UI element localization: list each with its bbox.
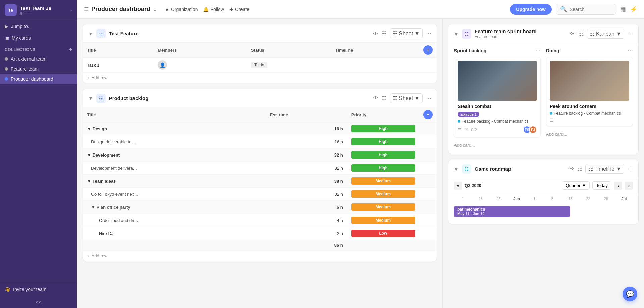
sidebar-item-producer-dashboard[interactable]: Producer dashboard [0, 74, 77, 84]
sidebar-item-feature-team[interactable]: Feature team [0, 64, 77, 74]
sidebar-item-label: Art external team [11, 56, 47, 62]
cell-title: Development delivera... [83, 162, 266, 175]
board-header-actions: 👁 ☷ ☷ Sheet ▼ ⋯ [373, 93, 431, 103]
eye-icon[interactable]: 👁 [373, 95, 378, 101]
board-header-actions: 👁 ☷ ☷ Timeline ▼ ⋯ [569, 164, 633, 174]
date-col: 1 [526, 197, 543, 201]
kanban-col-title: Sprint backlog [454, 48, 486, 53]
plus-circle-icon: ✚ [229, 7, 233, 12]
view-selector[interactable]: ☷ Sheet ▼ [390, 93, 423, 103]
filter-icon[interactable]: ☷ [382, 30, 386, 37]
group-chevron-icon[interactable]: ▼ [91, 205, 95, 210]
more-icon[interactable]: ⋯ [628, 47, 633, 54]
add-row-button[interactable]: + Add row [83, 251, 437, 261]
notification-icon[interactable]: ⚡ [630, 6, 637, 13]
collection-dot [5, 77, 8, 81]
date-col: Jun [507, 197, 525, 201]
search-input[interactable] [570, 7, 610, 12]
prev-arrow[interactable]: ‹ [614, 182, 622, 190]
sidebar-header[interactable]: Te Test Team Je g·········· ⌄ [0, 0, 77, 20]
eye-icon[interactable]: 👁 [373, 30, 378, 37]
collapse-icon[interactable]: ▼ [88, 31, 93, 36]
more-icon[interactable]: ⋯ [628, 30, 633, 37]
team-subtitle: g·········· [20, 11, 51, 15]
group-chevron-icon[interactable]: ▼ [87, 126, 91, 131]
avatar: FJ [529, 126, 537, 134]
content-area: ▼ ☷ Test Feature 👁 ☷ ☷ Sheet ▼ ⋯ [77, 19, 644, 308]
star-button[interactable]: ★ Organization [165, 7, 198, 12]
plus-icon: + [87, 75, 90, 80]
invite-team-button[interactable]: 👋 Invite your team [0, 282, 77, 297]
follow-button[interactable]: 🔔 Follow [203, 7, 224, 12]
view-selector[interactable]: ☷ Kanban ▼ [587, 29, 624, 39]
tag-dot [550, 112, 552, 115]
add-column-button[interactable]: + [423, 110, 433, 119]
more-icon[interactable]: ⋯ [426, 95, 431, 101]
title-chevron-icon[interactable]: ⌄ [153, 7, 157, 12]
filter-icon[interactable]: ☷ [577, 166, 582, 172]
my-cards-label: My cards [12, 35, 31, 41]
kanban-tag: Feature backlog - Combat mechanics [550, 111, 629, 116]
priority-badge: High [351, 138, 415, 145]
kanban-tag: Feature backlog - Combat mechanics [458, 119, 537, 124]
quarter-label: Quarter [566, 183, 580, 188]
timeline-bar: bat mechanics May 11 - Jun 14 [454, 206, 570, 217]
group-chevron-icon[interactable]: ▼ [87, 152, 91, 158]
search-box[interactable]: 🔍 [556, 4, 616, 15]
jump-to-button[interactable]: ▶ Jump to... [0, 20, 77, 33]
add-row-button[interactable]: + Add row [83, 73, 437, 83]
timeline-body: 1 18 25 Jun 1 8 15 22 29 Jul [448, 193, 638, 224]
filter-icon[interactable]: ☷ [382, 95, 386, 101]
quarter-selector[interactable]: Quarter ▼ [562, 181, 590, 190]
cell-title: Task 1 [83, 58, 154, 73]
game-roadmap-header: ▼ ☷ Game roadmap 👁 ☷ ☷ Timeline ▼ ⋯ [448, 160, 638, 178]
add-card-button[interactable]: Add card... [454, 141, 541, 150]
sidebar-item-mycards[interactable]: ▣ My cards [0, 33, 77, 43]
table-row: Task 1 👤 To do [83, 58, 437, 73]
filter-icon[interactable]: ☷ [579, 30, 584, 37]
search-icon: 🔍 [560, 6, 567, 12]
view-selector[interactable]: ☷ Timeline ▼ [585, 164, 624, 174]
add-card-button[interactable]: Add card... [546, 130, 633, 139]
board-header-actions: 👁 ☷ ☷ Kanban ▼ ⋯ [570, 29, 633, 39]
group-row-plan-office-party: ▼ Plan office party 6 h Medium [83, 201, 437, 214]
eye-icon[interactable]: 👁 [570, 31, 576, 37]
collapse-icon[interactable]: ▼ [454, 31, 459, 37]
eye-icon[interactable]: 👁 [569, 166, 574, 172]
board-header: ▼ ☷ Product backlog 👁 ☷ ☷ Sheet ▼ ⋯ [83, 89, 437, 107]
more-icon[interactable]: ⋯ [426, 30, 431, 37]
chevron-down-icon[interactable]: ⌄ [69, 8, 72, 12]
board-type-icon: ☷ [96, 29, 106, 38]
cell-title: Go to Tokyo event nex... [83, 188, 266, 201]
kanban-area: Sprint backlog ⋯ Stealth combat Episode … [448, 43, 638, 154]
sidebar: Te Test Team Je g·········· ⌄ ▶ Jump to.… [0, 0, 77, 308]
kanban-icon: ☷ [590, 30, 595, 37]
collapse-icon[interactable]: ▼ [454, 166, 459, 172]
sidebar-item-art-external-team[interactable]: Art external team [0, 54, 77, 64]
invite-label: Invite your team [13, 287, 47, 292]
collapse-sidebar-button[interactable]: << [0, 297, 77, 308]
table-row: Hire DJ 2 h Low [83, 227, 437, 240]
add-column-button[interactable]: + [423, 45, 433, 55]
collapse-arrow[interactable]: « [454, 182, 462, 190]
chat-bubble-button[interactable]: 💬 [623, 287, 637, 301]
timeline-bar-area: bat mechanics May 11 - Jun 14 [454, 203, 633, 220]
layout-icon[interactable]: ▦ [620, 6, 626, 13]
more-icon[interactable]: ⋯ [628, 166, 633, 172]
add-collection-icon[interactable]: + [69, 47, 72, 53]
board-title: Product backlog [109, 95, 149, 101]
collapse-icon[interactable]: ▼ [88, 96, 93, 101]
create-button[interactable]: ✚ Create [229, 7, 249, 12]
checklist-icon: ☑ [464, 127, 468, 132]
sidebar-footer: 👋 Invite your team << [0, 282, 77, 308]
today-button[interactable]: Today [592, 181, 611, 190]
more-icon[interactable]: ⋯ [535, 47, 541, 54]
upgrade-button[interactable]: Upgrade now [510, 4, 552, 15]
kanban-column-doing: Doing ⋯ Peek around corners Feature back… [546, 47, 633, 150]
timeline-header: « Q2 2020 Quarter ▼ Today ‹ › [448, 178, 638, 193]
group-chevron-icon[interactable]: ▼ [87, 179, 91, 184]
collection-dot [5, 57, 8, 61]
next-arrow[interactable]: › [625, 182, 633, 190]
cell-status: To do [247, 58, 331, 73]
view-selector[interactable]: ☷ Sheet ▼ [390, 28, 423, 38]
